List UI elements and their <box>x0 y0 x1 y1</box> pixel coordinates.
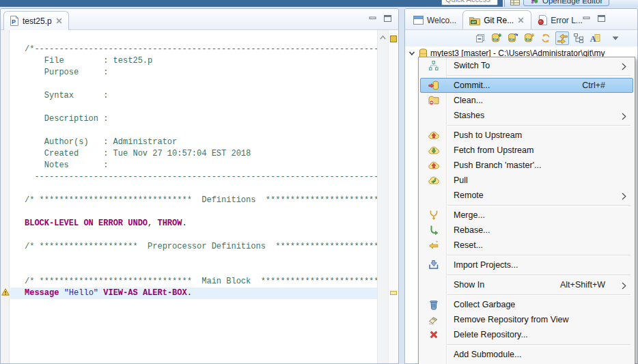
code-area[interactable]: /*--------------------------------------… <box>10 30 377 363</box>
code-line[interactable] <box>10 32 377 44</box>
menu-item-label: Show In <box>447 280 484 290</box>
clone-repository-button[interactable]: GIT <box>506 31 520 45</box>
maximize-button[interactable] <box>383 14 392 23</box>
code-line[interactable]: File : test25.p <box>10 55 377 67</box>
minimize-button[interactable] <box>367 14 377 23</box>
code-line[interactable]: Description : <box>10 113 377 125</box>
overview-status-header[interactable] <box>390 36 397 42</box>
add-repository-button[interactable]: GIT <box>490 31 503 45</box>
tab-error-l[interactable]: Error L... <box>531 11 589 29</box>
chevron-down-icon[interactable] <box>408 49 416 57</box>
error-log-icon <box>538 15 547 25</box>
maximize-button[interactable] <box>596 14 606 23</box>
tab-welco[interactable]: Welco... <box>407 11 462 29</box>
code-line[interactable]: Author(s) : Administrator <box>10 137 377 148</box>
menu-item-merge[interactable]: Merge... <box>420 208 633 223</box>
menu-separator <box>447 125 630 126</box>
menu-item-stashes[interactable]: Stashes <box>420 108 633 123</box>
view-menu-icon <box>611 36 620 41</box>
editor-overview-ruler[interactable] <box>388 30 398 363</box>
add-repo-icon: GIT <box>491 33 502 44</box>
code-line[interactable]: /* ******************** Preprocessor Def… <box>10 241 377 253</box>
code-line[interactable]: /*--------------------------------------… <box>10 44 377 55</box>
code-line[interactable]: /* ******************************* Main … <box>10 276 377 288</box>
code-line[interactable] <box>10 206 377 218</box>
menu-separator <box>447 75 630 76</box>
minimize-icon <box>582 14 591 23</box>
perspective-button-openedge-editor[interactable]: OpenEdge Editor <box>523 0 609 6</box>
menu-item-import-projects[interactable]: Import Projects... <box>420 257 633 272</box>
code-line[interactable] <box>10 229 377 241</box>
code-line[interactable]: Syntax : <box>10 90 377 102</box>
menu-item-commit[interactable]: Commit...Ctrl+# <box>420 78 633 93</box>
menu-item-reset[interactable]: Reset... <box>420 238 633 253</box>
code-line[interactable]: Notes : <box>10 160 377 171</box>
svg-text:GIT: GIT <box>527 38 531 41</box>
code-line[interactable] <box>10 183 377 195</box>
code-line[interactable] <box>10 102 377 113</box>
menu-item-icon-cell <box>421 314 447 325</box>
menu-item-icon-cell <box>421 329 447 340</box>
menu-item-fetch-from-upstream[interactable]: Fetch from Upstream <box>420 143 633 158</box>
menu-item-label: Push Branch 'master'... <box>447 160 541 170</box>
scroll-up-icon[interactable] <box>380 36 386 40</box>
tab-label: Error L... <box>551 16 583 25</box>
menu-item-rebase[interactable]: Rebase... <box>420 223 633 238</box>
editor-vertical-scrollbar[interactable] <box>377 30 388 363</box>
create-repository-button[interactable]: GIT <box>523 31 536 45</box>
menu-item-icon-cell <box>421 60 447 71</box>
close-icon[interactable] <box>55 17 63 25</box>
tab-git-re[interactable]: GITGit Re... <box>462 10 531 29</box>
menu-item-label: Merge... <box>447 210 485 220</box>
code-line[interactable]: Purpose : <box>10 67 377 79</box>
code-line-current[interactable]: Message "Hello" VIEW-AS ALERt-BOX. <box>10 288 377 299</box>
code-line[interactable]: BLOCK-LEVEL ON ERROR UNDO, THROW. <box>10 218 377 229</box>
view-menu-button[interactable] <box>609 31 622 45</box>
menu-item-shortcut: Alt+Shift+W <box>560 280 605 290</box>
menu-item-label: Add Submodule... <box>447 350 521 359</box>
code-line[interactable] <box>10 79 377 90</box>
code-line[interactable]: Created : Tue Nov 27 10:57:04 EST 2018 <box>10 148 377 160</box>
link-with-editor-button[interactable] <box>555 31 569 45</box>
code-line[interactable] <box>10 264 377 276</box>
editor-tab-bar: P test25.p <box>1 9 398 30</box>
quick-access-input[interactable]: Quick Access <box>441 0 498 5</box>
overview-warning-marker[interactable] <box>390 291 397 295</box>
label-decorations-button[interactable]: A <box>588 31 602 45</box>
open-perspective-icon[interactable] <box>510 0 520 5</box>
menu-item-remove-repository-from-view[interactable]: Remove Repository from View <box>420 312 633 327</box>
code-line[interactable]: ----------------------------------------… <box>10 171 377 183</box>
menu-item-remote[interactable]: Remote <box>420 188 633 203</box>
hierarchical-layout-button[interactable] <box>572 31 585 45</box>
delete-icon <box>428 329 439 340</box>
refresh-button[interactable] <box>539 31 553 45</box>
menu-item-label: Delete Repository... <box>447 330 528 339</box>
menu-item-label: Reset... <box>447 240 483 250</box>
menu-item-delete-repository[interactable]: Delete Repository... <box>420 327 633 342</box>
code-line[interactable]: /* ******************************* Defin… <box>10 195 377 206</box>
warning-icon[interactable] <box>1 288 10 296</box>
menu-item-push-to-upstream[interactable]: Push to Upstream <box>420 128 633 143</box>
minimize-button[interactable] <box>581 14 591 23</box>
close-icon[interactable] <box>517 16 525 24</box>
menu-item-label: Push to Upstream <box>447 130 522 140</box>
submenu-arrow-icon <box>622 193 626 200</box>
collapse-all-button[interactable] <box>473 31 487 45</box>
git-repositories-icon: GIT <box>469 16 480 25</box>
label-decorations-icon: A <box>590 33 601 44</box>
menu-item-clean[interactable]: Clean... <box>420 93 633 108</box>
editor-tab-label: test25.p <box>23 16 52 26</box>
code-line[interactable] <box>10 125 377 137</box>
editor-tab-test25-p[interactable]: P test25.p <box>3 11 69 30</box>
menu-item-switch-to[interactable]: Switch To <box>420 58 633 73</box>
menu-item-collect-garbage[interactable]: Collect Garbage <box>420 297 633 312</box>
menu-item-show-in[interactable]: Show InAlt+Shift+W <box>420 277 633 292</box>
maximize-icon <box>383 14 392 23</box>
menu-item-pull[interactable]: Pull <box>420 173 633 188</box>
tab-label: Welco... <box>427 16 456 25</box>
editor-annotation-ruler[interactable] <box>1 30 10 363</box>
code-line[interactable] <box>10 253 377 264</box>
menu-item-add-submodule[interactable]: Add Submodule... <box>420 347 633 362</box>
maximize-icon <box>597 14 606 23</box>
menu-item-push-branch-master[interactable]: Push Branch 'master'... <box>420 158 633 173</box>
